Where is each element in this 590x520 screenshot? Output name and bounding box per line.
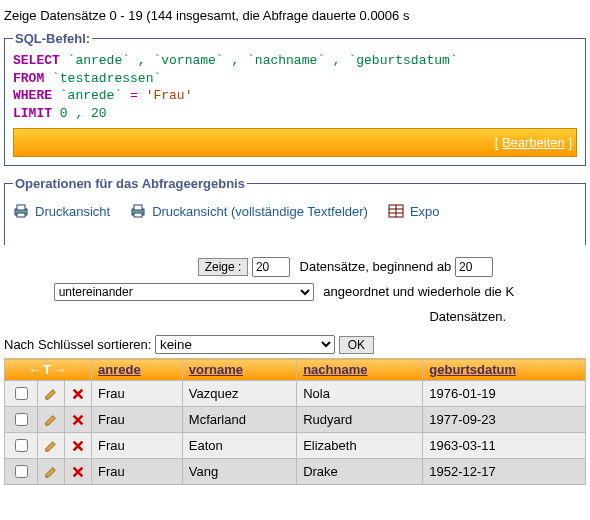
- cell-nachname: Nola: [297, 381, 423, 407]
- where-str: 'Frau': [138, 88, 193, 103]
- col-geburtsdatum-link[interactable]: geburtsdatum: [429, 362, 516, 377]
- print-view-link[interactable]: Druckansicht: [13, 203, 110, 219]
- row-checkbox[interactable]: [15, 387, 28, 400]
- cell-geburtsdatum: 1977-09-23: [423, 407, 586, 433]
- sort-label: Nach Schlüssel sortieren:: [4, 337, 151, 352]
- delete-row-icon[interactable]: [71, 465, 85, 479]
- kw-where: WHERE: [13, 88, 52, 103]
- cell-vorname: Vazquez: [182, 381, 296, 407]
- where-op: =: [130, 88, 138, 103]
- col-nachname-link[interactable]: nachname: [303, 362, 367, 377]
- results-body: FrauVazquezNola1976-01-19FrauMcfarlandRu…: [5, 381, 586, 485]
- cell-anrede: Frau: [92, 381, 183, 407]
- rest-label-2: Datensätzen.: [429, 309, 506, 324]
- table-icon: [388, 203, 404, 219]
- bracket-close: ]: [565, 135, 572, 150]
- kw-from: FROM: [13, 71, 44, 86]
- cell-anrede: Frau: [92, 433, 183, 459]
- row-checkbox[interactable]: [15, 465, 28, 478]
- bracket-open: [: [495, 135, 502, 150]
- navigation-controls: Zeige : Datensätze, beginnend ab unterei…: [4, 255, 586, 329]
- svg-rect-5: [134, 213, 142, 217]
- sql-box: SQL-Befehl: SELECT `anrede` , `vorname` …: [4, 31, 586, 166]
- from-ident: `testadressen`: [44, 71, 161, 86]
- table-row: FrauVangDrake1952-12-17: [5, 459, 586, 485]
- start-row-input[interactable]: [455, 257, 493, 277]
- print-icon: [130, 203, 146, 219]
- col-nachname[interactable]: nachname: [297, 359, 423, 381]
- edit-row-icon[interactable]: [44, 413, 58, 427]
- col-vorname[interactable]: vorname: [182, 359, 296, 381]
- cell-geburtsdatum: 1952-12-17: [423, 459, 586, 485]
- print-full-label: Druckansicht (vollständige Textfelder): [152, 204, 368, 219]
- rows-prefix-label: Datensätze, beginnend ab: [300, 259, 452, 274]
- sql-text: SELECT `anrede` , `vorname` , `nachname`…: [13, 52, 577, 122]
- sql-edit-bar: [ Bearbeiten ]: [13, 128, 577, 157]
- cell-vorname: Vang: [182, 459, 296, 485]
- results-table: ←T→ anrede vorname nachname geburtsdatum…: [4, 358, 586, 485]
- cell-geburtsdatum: 1976-01-19: [423, 381, 586, 407]
- print-full-link[interactable]: Druckansicht (vollständige Textfelder): [130, 203, 368, 219]
- row-action-header: ←T→: [5, 359, 92, 381]
- sort-line: Nach Schlüssel sortieren: keine OK: [4, 335, 586, 354]
- arrow-header-symbol: ←T→: [28, 362, 68, 377]
- cell-nachname: Elizabeth: [297, 433, 423, 459]
- sort-ok-button[interactable]: OK: [339, 336, 374, 354]
- limit-vals: 0 , 20: [52, 106, 107, 121]
- records-summary: Zeige Datensätze 0 - 19 (144 insgesamt, …: [4, 8, 586, 23]
- col-geburtsdatum[interactable]: geburtsdatum: [423, 359, 586, 381]
- rest-label-1: angeordnet und wiederhole die K: [323, 284, 514, 299]
- export-link[interactable]: Expo: [388, 203, 440, 219]
- kw-select: SELECT: [13, 53, 60, 68]
- table-row: FrauVazquezNola1976-01-19: [5, 381, 586, 407]
- sql-legend: SQL-Befehl:: [13, 31, 92, 46]
- delete-row-icon[interactable]: [71, 413, 85, 427]
- export-label: Expo: [410, 204, 440, 219]
- operations-box: Operationen für das Abfrageergebnis Druc…: [4, 176, 586, 245]
- row-checkbox[interactable]: [15, 413, 28, 426]
- where-ident: `anrede`: [52, 88, 130, 103]
- kw-limit: LIMIT: [13, 106, 52, 121]
- col-anrede[interactable]: anrede: [92, 359, 183, 381]
- display-mode-select[interactable]: untereinander: [54, 283, 314, 301]
- print-view-label: Druckansicht: [35, 204, 110, 219]
- edit-row-icon[interactable]: [44, 387, 58, 401]
- col-anrede-link[interactable]: anrede: [98, 362, 141, 377]
- cell-vorname: Eaton: [182, 433, 296, 459]
- rows-per-page-input[interactable]: [252, 257, 290, 277]
- select-fields: `anrede` , `vorname` , `nachname` , `geb…: [60, 53, 458, 68]
- cell-nachname: Rudyard: [297, 407, 423, 433]
- edit-row-icon[interactable]: [44, 465, 58, 479]
- edit-sql-link[interactable]: Bearbeiten: [502, 135, 565, 150]
- table-row: FrauMcfarlandRudyard1977-09-23: [5, 407, 586, 433]
- svg-rect-4: [134, 205, 142, 210]
- cell-nachname: Drake: [297, 459, 423, 485]
- cell-anrede: Frau: [92, 459, 183, 485]
- show-button[interactable]: Zeige :: [198, 258, 249, 276]
- col-vorname-link[interactable]: vorname: [189, 362, 243, 377]
- header-row: ←T→ anrede vorname nachname geburtsdatum: [5, 359, 586, 381]
- svg-rect-2: [17, 213, 25, 217]
- row-checkbox[interactable]: [15, 439, 28, 452]
- table-row: FrauEatonElizabeth1963-03-11: [5, 433, 586, 459]
- sort-key-select[interactable]: keine: [155, 335, 335, 354]
- cell-geburtsdatum: 1963-03-11: [423, 433, 586, 459]
- edit-row-icon[interactable]: [44, 439, 58, 453]
- cell-anrede: Frau: [92, 407, 183, 433]
- cell-vorname: Mcfarland: [182, 407, 296, 433]
- svg-rect-1: [17, 205, 25, 210]
- print-icon: [13, 203, 29, 219]
- delete-row-icon[interactable]: [71, 387, 85, 401]
- delete-row-icon[interactable]: [71, 439, 85, 453]
- operations-legend: Operationen für das Abfrageergebnis: [13, 176, 247, 191]
